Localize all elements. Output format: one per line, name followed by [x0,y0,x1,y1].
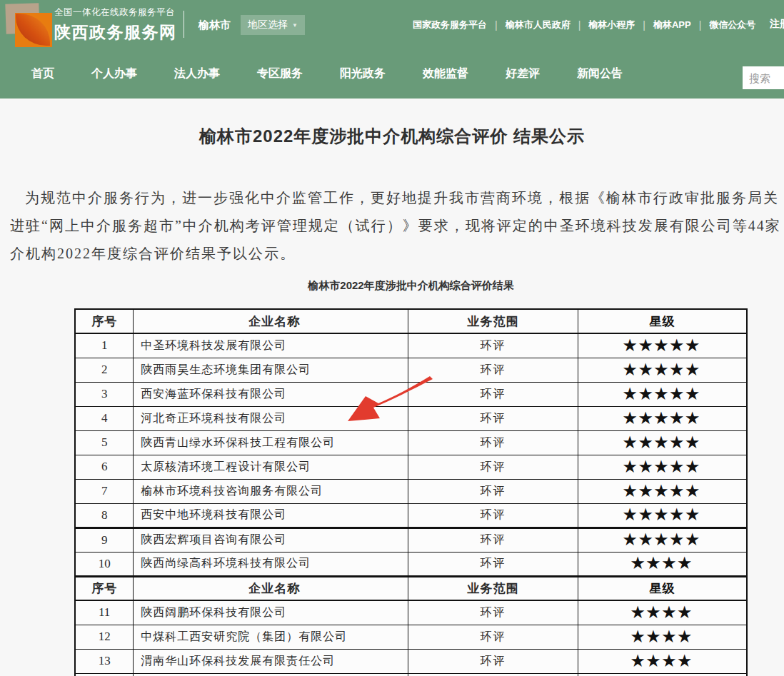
brand-row: 全国一体化在线政务服务平台 陕西政务服务网 榆林市 地区选择 ▼ 国家政务服务平… [0,0,784,49]
paragraph-line: 为规范中介服务行为，进一步强化中介监管工作，更好地提升我市营商环境，根据《榆林市… [10,184,784,212]
nav-item-home[interactable]: 首页 [31,66,54,81]
star-rating-cell: ★★★★★ [578,528,747,552]
business-scope-cell: 环评 [408,528,578,552]
column-header: 星级 [578,576,747,600]
register-link[interactable]: 注册 [770,18,784,31]
business-scope-cell: 环评 [408,479,578,503]
search-box [743,66,784,89]
business-scope-cell: 环评 [408,382,578,406]
company-name-cell: 陕西阔鹏环保科技有限公司 [134,600,408,625]
link-yulin-government[interactable]: 榆林市人民政府 [506,19,571,31]
link-separator: | [578,19,581,31]
star-rating-cell: ★★★★ [578,552,747,576]
business-scope-cell: 环评 [408,552,578,576]
table-header-row: 序号企业名称业务范围星级 [75,576,747,600]
column-header: 星级 [578,309,747,333]
row-number-cell: 11 [75,600,134,625]
column-header: 业务范围 [408,309,578,333]
table-row: 4河北奇正环境科技有限公司环评★★★★★ [75,406,747,430]
row-number-cell: 3 [75,382,134,406]
company-name-cell: 中煤科工西安研究院（集团）有限公司 [134,625,408,649]
row-number-cell: 6 [75,455,134,479]
star-rating-cell: ★★★★★ [578,406,747,430]
table-row: 13渭南华山环保科技发展有限责任公司环评★★★★ [75,649,747,673]
quick-links: 国家政务服务平台 | 榆林市人民政府 | 榆林小程序 | 榆林APP | 微信公… [413,19,755,31]
link-separator: | [699,19,702,31]
company-name-cell: 陕西宏辉项目咨询有限公司 [134,528,408,552]
table-row: 8西安中地环境科技有限公司环评★★★★★ [75,503,747,528]
business-scope-cell: 环评 [408,430,578,455]
star-rating-cell: ★★★★★ [578,455,747,479]
table-row: 7榆林市环境科技咨询服务有限公司环评★★★★★ [75,479,747,503]
business-scope-cell: 环评 [408,503,578,528]
table-row: 1中圣环境科技发展有限公司环评★★★★★ [75,333,747,358]
row-number-cell: 7 [75,479,134,503]
evaluation-table: 序号企业名称业务范围星级1中圣环境科技发展有限公司环评★★★★★2陕西雨昊生态环… [74,308,748,676]
company-name-cell: 榆林市环境科技咨询服务有限公司 [134,479,408,503]
star-rating-cell: ★★★★ [578,600,747,625]
link-separator: | [643,19,645,31]
table-row: 12中煤科工西安研究院（集团）有限公司环评★★★★ [75,625,747,649]
link-separator: | [495,19,498,31]
star-rating-cell: ★★★★★ [578,358,747,382]
main-nav: 首页 个人办事 法人办事 专区服务 阳光政务 效能监督 好差评 新闻公告 [0,49,784,99]
site-logo[interactable] [6,3,53,47]
table-row: 10陕西尚绿高科环境科技有限公司环评★★★★ [75,552,747,576]
table-row: 3西安海蓝环保科技有限公司环评★★★★★ [75,382,747,406]
link-yulin-app[interactable]: 榆林APP [653,19,691,31]
row-number-cell: 1 [75,333,134,358]
business-scope-cell: 环评 [408,406,578,430]
table-row: 6太原核清环境工程设计有限公司环评★★★★★ [75,455,747,479]
empty-cell [408,673,578,676]
star-rating-cell: ★★★★★ [578,503,747,528]
nav-item-legal-person[interactable]: 法人办事 [174,66,220,81]
region-select-label: 地区选择 [248,19,288,31]
platform-tagline: 全国一体化在线政务服务平台 [54,6,177,19]
table-caption: 榆林市2022年度涉批中介机构综合评价结果 [74,279,748,293]
empty-cell [578,673,747,676]
announcement-paragraph: 为规范中介服务行为，进一步强化中介监管工作，更好地提升我市营商环境，根据《榆林市… [10,184,784,268]
chevron-down-icon: ▼ [292,22,298,29]
table-header-row: 序号企业名称业务范围星级 [75,309,747,333]
link-wechat-official[interactable]: 微信公众号 [709,19,755,31]
company-name-cell: 陕西尚绿高科环境科技有限公司 [134,552,408,576]
business-scope-cell: 环评 [408,358,578,382]
nav-item-sunshine-gov[interactable]: 阳光政务 [340,66,386,81]
nav-item-news[interactable]: 新闻公告 [577,66,623,81]
column-header: 企业名称 [134,309,408,333]
business-scope-cell: 环评 [408,625,578,649]
table-row: 9陕西宏辉项目咨询有限公司环评★★★★★ [75,528,747,552]
link-yulin-miniprogram[interactable]: 榆林小程序 [588,19,635,31]
business-scope-cell: 环评 [408,600,578,625]
row-number-cell: 12 [75,625,134,649]
region-select-button[interactable]: 地区选择 ▼ [241,15,305,35]
star-rating-cell: ★★★★ [578,625,747,649]
row-number-cell: 9 [75,528,134,552]
row-number-cell: 4 [75,406,134,430]
row-number-cell: 2 [75,358,134,382]
paragraph-line: 介机构2022年度综合评价结果予以公示。 [10,240,784,268]
company-name-cell: 西安中地环境科技有限公司 [134,503,408,528]
star-rating-cell: ★★★★ [578,649,747,673]
company-name-cell: 西安海蓝环保科技有限公司 [134,382,408,406]
column-header: 企业名称 [134,576,408,600]
search-input[interactable] [743,66,784,89]
column-header: 序号 [75,309,134,333]
company-name-cell: 太原核清环境工程设计有限公司 [134,455,408,479]
current-city-label: 榆林市 [198,19,231,32]
evaluation-table-body: 序号企业名称业务范围星级1中圣环境科技发展有限公司环评★★★★★2陕西雨昊生态环… [75,309,747,676]
nav-item-rating[interactable]: 好差评 [506,66,540,81]
business-scope-cell: 环评 [408,455,578,479]
business-scope-cell: 环评 [408,649,578,673]
business-scope-cell: 环评 [408,333,578,358]
empty-cell [134,673,408,676]
table-row: 5陕西青山绿水环保科技工程有限公司环评★★★★★ [75,430,747,455]
nav-item-special-zone[interactable]: 专区服务 [257,66,303,81]
company-name-cell: 陕西青山绿水环保科技工程有限公司 [134,430,408,455]
nav-item-personal[interactable]: 个人办事 [91,66,137,81]
star-rating-cell: ★★★★★ [578,430,747,455]
nav-item-efficiency[interactable]: 效能监督 [423,66,468,81]
row-number-cell: 5 [75,430,134,455]
link-national-platform[interactable]: 国家政务服务平台 [413,19,487,31]
table-row: 2陕西雨昊生态环境集团有限公司环评★★★★★ [75,358,747,382]
